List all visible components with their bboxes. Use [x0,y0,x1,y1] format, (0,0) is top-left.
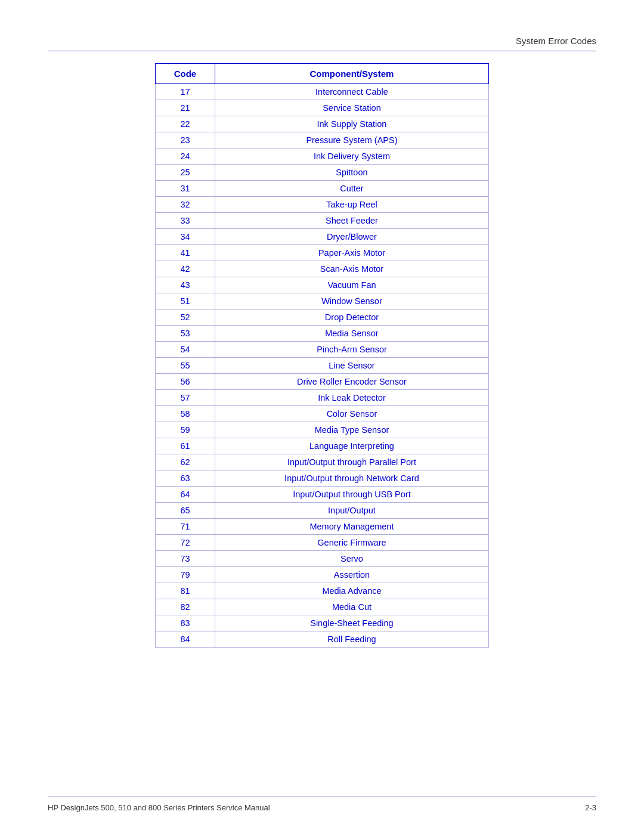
cell-code: 55 [156,358,215,374]
table-row: 31Cutter [156,181,489,197]
cell-code: 33 [156,213,215,229]
cell-component: Drop Detector [215,309,488,326]
cell-component: Drive Roller Encoder Sensor [215,374,488,390]
cell-component: Scan-Axis Motor [215,261,488,277]
table-row: 52Drop Detector [156,309,489,326]
cell-code: 72 [156,535,215,551]
table-row: 79Assertion [156,567,489,583]
cell-component: Ink Leak Detector [215,390,488,406]
table-row: 71Memory Management [156,519,489,535]
cell-component: Window Sensor [215,293,488,309]
cell-code: 43 [156,277,215,293]
page-container: System Error Codes Code Component/System… [0,0,644,833]
cell-component: Ink Supply Station [215,116,488,132]
cell-component: Pressure System (APS) [215,132,488,148]
cell-code: 52 [156,309,215,326]
table-row: 24Ink Delivery System [156,148,489,165]
table-row: 59Media Type Sensor [156,422,489,438]
col-component-header: Component/System [215,64,488,84]
cell-component: Media Type Sensor [215,422,488,438]
cell-component: Color Sensor [215,406,488,422]
cell-code: 73 [156,551,215,567]
table-row: 83Single-Sheet Feeding [156,615,489,631]
cell-code: 32 [156,197,215,213]
cell-code: 63 [156,470,215,487]
cell-component: Memory Management [215,519,488,535]
table-row: 32Take-up Reel [156,197,489,213]
table-row: 73Servo [156,551,489,567]
cell-component: Vacuum Fan [215,277,488,293]
cell-code: 58 [156,406,215,422]
page-header: System Error Codes [48,36,596,46]
table-row: 21Service Station [156,100,489,116]
cell-code: 23 [156,132,215,148]
col-code-header: Code [156,64,215,84]
cell-code: 59 [156,422,215,438]
cell-component: Roll Feeding [215,631,488,648]
cell-component: Language Interpreting [215,438,488,454]
footer-left: HP DesignJets 500, 510 and 800 Series Pr… [48,803,270,812]
cell-code: 31 [156,181,215,197]
table-row: 25Spittoon [156,165,489,181]
table-row: 34Dryer/Blower [156,229,489,245]
header-title: System Error Codes [516,36,596,46]
table-row: 33Sheet Feeder [156,213,489,229]
table-row: 56Drive Roller Encoder Sensor [156,374,489,390]
cell-code: 17 [156,84,215,100]
cell-component: Dryer/Blower [215,229,488,245]
cell-code: 54 [156,342,215,358]
cell-component: Assertion [215,567,488,583]
table-row: 55Line Sensor [156,358,489,374]
cell-component: Media Sensor [215,326,488,342]
cell-component: Generic Firmware [215,535,488,551]
table-row: 72Generic Firmware [156,535,489,551]
table-row: 23Pressure System (APS) [156,132,489,148]
table-row: 81Media Advance [156,583,489,599]
table-row: 53Media Sensor [156,326,489,342]
cell-code: 56 [156,374,215,390]
table-row: 51Window Sensor [156,293,489,309]
cell-component: Media Cut [215,599,488,615]
cell-component: Servo [215,551,488,567]
table-row: 58Color Sensor [156,406,489,422]
cell-code: 51 [156,293,215,309]
cell-component: Line Sensor [215,358,488,374]
table-row: 62Input/Output through Parallel Port [156,454,489,470]
cell-code: 41 [156,245,215,261]
cell-component: Service Station [215,100,488,116]
cell-code: 53 [156,326,215,342]
table-row: 54Pinch-Arm Sensor [156,342,489,358]
cell-component: Input/Output through USB Port [215,487,488,503]
table-wrapper: Code Component/System 17Interconnect Cab… [48,63,596,648]
cell-code: 83 [156,615,215,631]
cell-code: 21 [156,100,215,116]
cell-code: 64 [156,487,215,503]
table-row: 63Input/Output through Network Card [156,470,489,487]
cell-code: 79 [156,567,215,583]
cell-component: Input/Output [215,503,488,519]
table-row: 57Ink Leak Detector [156,390,489,406]
cell-component: Ink Delivery System [215,148,488,165]
cell-code: 82 [156,599,215,615]
table-row: 82Media Cut [156,599,489,615]
cell-component: Spittoon [215,165,488,181]
cell-code: 81 [156,583,215,599]
cell-component: Cutter [215,181,488,197]
cell-code: 25 [156,165,215,181]
table-row: 17Interconnect Cable [156,84,489,100]
cell-code: 61 [156,438,215,454]
table-row: 43Vacuum Fan [156,277,489,293]
table-row: 41Paper-Axis Motor [156,245,489,261]
table-row: 64Input/Output through USB Port [156,487,489,503]
cell-component: Pinch-Arm Sensor [215,342,488,358]
table-row: 22Ink Supply Station [156,116,489,132]
table-row: 61Language Interpreting [156,438,489,454]
header-divider [48,51,596,51]
cell-component: Media Advance [215,583,488,599]
cell-code: 34 [156,229,215,245]
cell-component: Single-Sheet Feeding [215,615,488,631]
cell-code: 42 [156,261,215,277]
cell-code: 57 [156,390,215,406]
cell-code: 24 [156,148,215,165]
cell-code: 22 [156,116,215,132]
